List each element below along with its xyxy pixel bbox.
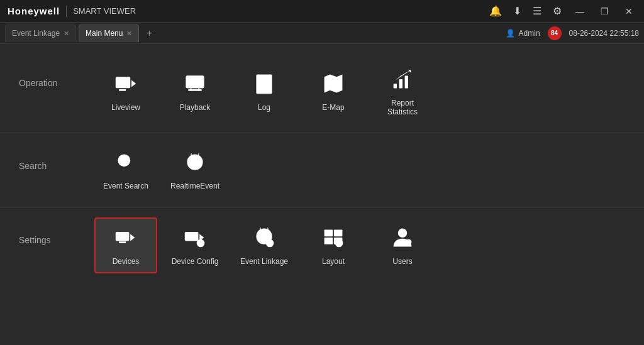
tabbar: Event Linkage ✕ Main Menu ✕ + 👤 Admin 84… [0,23,644,44]
svg-rect-10 [256,75,272,94]
tabbar-right: 👤 Admin 84 08-26-2024 22:55:18 [506,26,639,40]
realtime-event-icon [184,151,206,177]
svg-rect-14 [259,87,265,88]
section-label-settings: Settings [19,217,94,245]
close-button[interactable]: ✕ [621,5,636,18]
minimize-button[interactable]: — [572,5,588,18]
svg-rect-0 [116,77,130,88]
emap-icon [322,72,345,98]
svg-point-37 [268,241,271,244]
svg-rect-2 [119,89,126,91]
users-label: Users [392,257,412,266]
svg-rect-29 [119,241,126,243]
settings-icon[interactable]: ⚙ [553,5,562,17]
svg-rect-20 [405,76,408,89]
menu-item-device-config[interactable]: Device Config [164,217,226,273]
svg-marker-15 [325,75,343,93]
download-icon[interactable]: ⬇ [513,5,521,17]
device-config-label: Device Config [172,257,219,266]
section-label-operation: Operation [19,60,94,88]
section-items-operation: Liveview Playback [94,60,434,123]
user-icon: 👤 [506,29,515,38]
svg-line-22 [129,165,135,172]
user-info: 👤 Admin [506,29,540,38]
titlebar: Honeywell SMART VIEWER 🔔 ⬇ ☰ ⚙ — ❐ ✕ [0,0,644,23]
svg-rect-7 [188,89,202,91]
svg-rect-30 [185,232,199,241]
section-operation: Operation Liveview [0,50,644,133]
users-icon [391,226,414,252]
section-settings: Settings Devices [0,207,644,283]
svg-rect-40 [325,238,333,244]
playback-icon [184,72,206,98]
datetime-display: 08-26-2024 22:55:18 [569,29,639,38]
menu-item-log[interactable]: Log [233,60,296,123]
emap-label: E-Map [322,103,344,112]
event-search-label: Event Search [103,182,148,190]
svg-rect-11 [259,79,269,80]
event-linkage-icon [253,226,275,252]
tab-event-linkage[interactable]: Event Linkage ✕ [5,25,76,42]
menu-item-report-statistics[interactable]: Report Statistics [371,60,434,123]
tab-close-icon[interactable]: ✕ [126,30,132,37]
report-statistics-icon [391,68,414,94]
svg-rect-39 [334,229,343,236]
username: Admin [519,29,540,38]
menu-item-devices[interactable]: Devices [94,217,157,273]
svg-marker-28 [130,234,135,241]
tab-close-icon[interactable]: ✕ [64,30,69,37]
report-statistics-label: Report Statistics [376,99,429,116]
log-icon [253,72,275,98]
svg-marker-1 [131,80,136,87]
svg-point-43 [337,241,340,244]
svg-rect-12 [259,81,269,82]
menu-item-layout[interactable]: Layout [302,217,365,273]
main-content: Operation Liveview [0,44,644,345]
maximize-button[interactable]: ❐ [597,5,613,18]
app-logo: Honeywell [8,6,60,16]
svg-rect-13 [259,84,267,85]
notification-count-badge[interactable]: 84 [548,26,562,40]
tab-label: Event Linkage [12,29,60,38]
svg-rect-38 [325,229,333,236]
menu-item-liveview[interactable]: Liveview [94,60,157,123]
svg-rect-19 [399,79,402,88]
playback-label: Playback [180,103,211,112]
event-search-icon [114,151,137,177]
menu-item-event-search[interactable]: Event Search [94,143,157,197]
window-controls: — ❐ ✕ [572,5,636,18]
section-label-search: Search [19,143,94,171]
app-title: SMART VIEWER [73,6,489,16]
svg-point-44 [398,229,407,238]
menu-item-realtime-event[interactable]: RealtimeEvent [164,143,226,197]
event-linkage-label: Event Linkage [240,257,288,266]
liveview-label: Liveview [111,103,140,112]
svg-rect-18 [394,84,397,88]
section-items-search: Event Search RealtimeEvent [94,143,226,197]
section-items-settings: Devices Device Config [94,217,434,273]
svg-point-5 [187,77,190,80]
liveview-icon [114,72,137,98]
menu-item-playback[interactable]: Playback [164,60,226,123]
svg-rect-27 [116,232,130,241]
layout-label: Layout [322,257,345,266]
svg-rect-8 [191,88,192,91]
svg-point-33 [199,241,202,244]
notification-icon[interactable]: 🔔 [489,5,502,17]
layout-icon [322,226,345,252]
menu-icon[interactable]: ☰ [533,5,541,17]
menu-item-emap[interactable]: E-Map [302,60,365,123]
tab-label: Main Menu [86,29,123,38]
svg-point-45 [406,239,411,245]
tab-main-menu[interactable]: Main Menu ✕ [79,25,139,42]
menu-item-event-linkage[interactable]: Event Linkage [233,217,296,273]
menu-item-users[interactable]: Users [371,217,434,273]
devices-label: Devices [113,257,140,266]
svg-rect-9 [198,88,199,91]
add-tab-button[interactable]: + [142,26,157,41]
titlebar-divider [66,6,67,17]
realtime-event-label: RealtimeEvent [170,182,219,190]
devices-icon [114,226,137,252]
svg-point-21 [118,154,130,167]
titlebar-icon-group: 🔔 ⬇ ☰ ⚙ [489,5,562,17]
